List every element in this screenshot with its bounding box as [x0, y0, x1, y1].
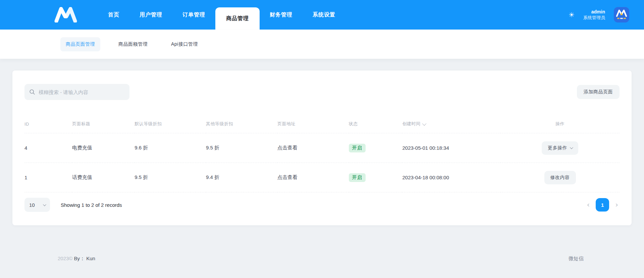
search-box	[24, 84, 129, 100]
cell-created-at: 2023-05-01 00:18:34	[402, 133, 500, 163]
cell-other-discount: 9.5 折	[206, 133, 277, 163]
table-header-row: ID 页面标题 默认等级折扣 其他等级折扣 页面地址 状态 创建时间 操作	[24, 116, 620, 133]
avatar-m-icon	[614, 7, 629, 22]
cell-default-discount: 9.5 折	[135, 163, 206, 192]
status-badge: 开启	[349, 144, 366, 152]
footer-author: By： Kun	[74, 256, 95, 261]
col-header-other-discount: 其他等级折扣	[206, 116, 277, 133]
edit-content-label: 修改内容	[550, 175, 570, 181]
chevron-down-icon	[570, 146, 573, 149]
logo-m-icon	[54, 7, 78, 22]
page-size-select[interactable]: 10	[24, 198, 50, 212]
brand-logo[interactable]	[54, 0, 78, 30]
cell-title: 话费充值	[72, 163, 135, 192]
cell-other-discount: 9.4 折	[206, 163, 277, 192]
nav-item-users[interactable]: 用户管理	[129, 0, 172, 30]
nav-item-products[interactable]: 商品管理	[215, 7, 260, 30]
footer-copyright: 2023© By： Kun	[58, 256, 95, 262]
add-product-page-button[interactable]: 添加商品页面	[577, 85, 620, 99]
cell-id: 1	[24, 163, 72, 192]
page-address-link[interactable]: 点击查看	[277, 133, 349, 163]
col-header-id: ID	[24, 116, 72, 133]
tab-product-denominations[interactable]: 商品面额管理	[113, 37, 153, 51]
nav-item-orders[interactable]: 订单管理	[172, 0, 215, 30]
product-pages-table: ID 页面标题 默认等级折扣 其他等级折扣 页面地址 状态 创建时间 操作 4 …	[24, 116, 620, 192]
sort-created-at[interactable]: 创建时间	[402, 121, 425, 127]
cell-created-at: 2023-04-18 00:08:00	[402, 163, 500, 192]
cell-status: 开启	[349, 163, 402, 192]
footer-year: 2023©	[58, 256, 72, 261]
tab-product-pages[interactable]: 商品页面管理	[60, 37, 100, 51]
table-toolbar: 添加商品页面	[24, 84, 620, 100]
search-icon	[29, 89, 35, 95]
page-size-value: 10	[29, 202, 35, 208]
table-row: 1 话费充值 9.5 折 9.4 折 点击查看 开启 2023-04-18 00…	[24, 163, 620, 192]
cell-actions: 更多操作	[500, 133, 620, 163]
nav-item-finance[interactable]: 财务管理	[260, 0, 303, 30]
page-footer: 2023© By： Kun 微短信	[0, 256, 644, 262]
sun-icon[interactable]: ☀	[569, 11, 575, 18]
user-role: 系统管理员	[583, 15, 605, 20]
page-address-link[interactable]: 点击查看	[277, 163, 349, 192]
tab-api-management[interactable]: Api接口管理	[166, 37, 203, 51]
more-actions-label: 更多操作	[548, 145, 567, 151]
status-badge: 开启	[349, 173, 366, 182]
pagination-bar: 10 Showing 1 to 2 of 2 records ‹ 1 ›	[24, 198, 620, 212]
records-summary: Showing 1 to 2 of 2 records	[61, 202, 122, 208]
chevron-down-icon	[422, 121, 427, 126]
col-header-created-at-label: 创建时间	[402, 121, 420, 127]
content-card: 添加商品页面 ID 页面标题 默认等级折扣 其他等级折扣 页面地址 状态 创建时…	[12, 71, 632, 225]
prev-page-button[interactable]: ‹	[585, 201, 591, 208]
col-header-title: 页面标题	[72, 116, 135, 133]
cell-status: 开启	[349, 133, 402, 163]
cell-actions: 修改内容	[500, 163, 620, 192]
cell-default-discount: 9.6 折	[135, 133, 206, 163]
user-menu[interactable]: admin 系统管理员	[583, 9, 605, 20]
cell-title: 电费充值	[72, 133, 135, 163]
top-navbar: 首页 用户管理 订单管理 商品管理 财务管理 系统设置 ☀ admin 系统管理…	[0, 0, 644, 30]
pager: ‹ 1 ›	[585, 198, 620, 212]
avatar[interactable]	[614, 7, 629, 22]
page-number-button[interactable]: 1	[596, 198, 609, 212]
col-header-default-discount: 默认等级折扣	[135, 116, 206, 133]
search-input[interactable]	[39, 89, 125, 95]
edit-content-button[interactable]: 修改内容	[544, 171, 576, 184]
user-name: admin	[583, 9, 605, 15]
navbar-right: ☀ admin 系统管理员	[569, 0, 629, 30]
next-page-button[interactable]: ›	[614, 201, 620, 208]
subnav-tabs: 商品页面管理 商品面额管理 Api接口管理	[0, 30, 644, 59]
main-nav: 首页 用户管理 订单管理 商品管理 财务管理 系统设置	[98, 0, 345, 30]
nav-item-settings[interactable]: 系统设置	[303, 0, 345, 30]
footer-link[interactable]: 微短信	[569, 256, 584, 262]
chevron-down-icon	[43, 203, 46, 206]
col-header-actions: 操作	[500, 116, 620, 133]
col-header-status: 状态	[349, 116, 402, 133]
cell-id: 4	[24, 133, 72, 163]
col-header-page-address: 页面地址	[277, 116, 349, 133]
table-row: 4 电费充值 9.6 折 9.5 折 点击查看 开启 2023-05-01 00…	[24, 133, 620, 163]
nav-item-home[interactable]: 首页	[98, 0, 129, 30]
more-actions-button[interactable]: 更多操作	[542, 141, 578, 155]
col-header-created-at: 创建时间	[402, 116, 500, 133]
